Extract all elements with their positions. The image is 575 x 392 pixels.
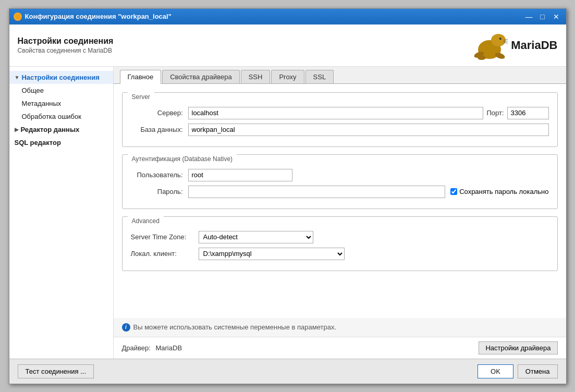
tab-ssh[interactable]: SSH bbox=[241, 70, 271, 83]
advanced-section-body: Server Time Zone: Auto-detect UTC System… bbox=[123, 226, 557, 271]
bottom-bar: Тест соединения ... OK Отмена bbox=[9, 359, 566, 384]
password-input[interactable] bbox=[188, 186, 446, 198]
database-label: База данных: bbox=[131, 126, 188, 133]
user-label: Пользователь: bbox=[131, 171, 188, 179]
user-row: Пользователь: bbox=[131, 169, 549, 181]
user-input[interactable] bbox=[188, 169, 292, 181]
advanced-section-title: Advanced bbox=[128, 216, 164, 226]
test-connection-button[interactable]: Тест соединения ... bbox=[18, 364, 94, 378]
window-controls: — □ ✕ bbox=[523, 12, 562, 21]
sidebar-label-data-editor: Редактор данных bbox=[21, 126, 80, 133]
sidebar-label-general: Общее bbox=[22, 87, 44, 94]
ok-button[interactable]: OK bbox=[478, 364, 513, 378]
server-row: Сервер: Порт: bbox=[131, 107, 549, 119]
port-label: Порт: bbox=[483, 109, 507, 117]
window-title: Конфигурация соединения "workpan_local" bbox=[25, 13, 520, 20]
auth-section-body: Пользователь: Пароль: Сохранять пароль л… bbox=[123, 164, 557, 209]
title-bar: Конфигурация соединения "workpan_local" … bbox=[9, 9, 566, 24]
database-row: База данных: bbox=[131, 124, 549, 136]
tab-driver-props[interactable]: Свойства драйвера bbox=[162, 70, 239, 83]
sidebar-label-error-handling: Обработка ошибок bbox=[22, 113, 81, 120]
local-client-label: Локал. клиент: bbox=[131, 250, 199, 258]
save-password-checkbox[interactable] bbox=[450, 188, 457, 195]
driver-label: Драйвер: bbox=[122, 344, 151, 352]
window-body: Настройки соединения Свойства соединения… bbox=[9, 24, 566, 384]
mariadb-brand: MariaDB bbox=[511, 39, 557, 52]
auth-section-title: Аутентификация (Database Native) bbox=[128, 154, 237, 164]
sidebar-label-settings: Настройки соединения bbox=[21, 74, 99, 81]
header-left: Настройки соединения Свойства соединения… bbox=[18, 36, 114, 54]
server-section: Server Сервер: Порт: База данных: bbox=[122, 92, 558, 147]
close-button[interactable]: ✕ bbox=[550, 12, 562, 21]
port-input[interactable] bbox=[507, 107, 549, 119]
timezone-select[interactable]: Auto-detect UTC System bbox=[199, 231, 313, 243]
info-bar: i Вы можете использовать системные перем… bbox=[114, 318, 566, 337]
tab-ssl[interactable]: SSL bbox=[305, 70, 334, 83]
driver-settings-button[interactable]: Настройки драйвера bbox=[479, 341, 557, 354]
tab-main[interactable]: Главное bbox=[120, 70, 162, 84]
content-area: ▼ Настройки соединения Общее Метаданных … bbox=[9, 67, 566, 359]
mariadb-logo: MariaDB bbox=[471, 30, 557, 61]
seal-icon bbox=[471, 30, 508, 61]
server-section-title: Server bbox=[128, 92, 154, 102]
database-input[interactable] bbox=[188, 124, 549, 136]
sidebar-item-general[interactable]: Общее bbox=[9, 84, 113, 97]
sidebar-item-error-handling[interactable]: Обработка ошибок bbox=[9, 110, 113, 123]
driver-value: MariaDB bbox=[155, 344, 182, 352]
maximize-button[interactable]: □ bbox=[537, 12, 548, 21]
driver-bar: Драйвер: MariaDB Настройки драйвера bbox=[114, 337, 566, 359]
header: Настройки соединения Свойства соединения… bbox=[9, 24, 566, 67]
save-password-row: Сохранять пароль локально bbox=[450, 188, 548, 195]
action-buttons: OK Отмена bbox=[478, 364, 557, 378]
info-text: Вы можете использовать системные перемен… bbox=[133, 323, 337, 331]
app-icon bbox=[14, 13, 22, 21]
auth-section: Аутентификация (Database Native) Пользов… bbox=[122, 154, 558, 209]
sidebar-item-data-editor[interactable]: ▶ Редактор данных bbox=[9, 123, 113, 136]
expand-icon-2: ▶ bbox=[15, 127, 19, 132]
timezone-row: Server Time Zone: Auto-detect UTC System bbox=[131, 231, 549, 243]
local-client-select[interactable]: D:\xampp\mysql bbox=[199, 248, 345, 260]
sidebar-label-metadata: Метаданных bbox=[22, 100, 62, 107]
svg-point-4 bbox=[501, 38, 501, 38]
sidebar-item-settings[interactable]: ▼ Настройки соединения bbox=[9, 71, 113, 84]
timezone-label: Server Time Zone: bbox=[131, 233, 199, 241]
sidebar-item-metadata[interactable]: Метаданных bbox=[9, 97, 113, 110]
svg-point-2 bbox=[491, 34, 506, 46]
info-icon: i bbox=[122, 323, 130, 332]
sidebar-item-sql-editor[interactable]: SQL редактор bbox=[9, 136, 113, 149]
page-title: Настройки соединения bbox=[18, 36, 114, 46]
sidebar: ▼ Настройки соединения Общее Метаданных … bbox=[9, 67, 114, 359]
server-section-body: Сервер: Порт: База данных: bbox=[123, 102, 557, 146]
sidebar-label-sql-editor: SQL редактор bbox=[15, 139, 61, 146]
minimize-button[interactable]: — bbox=[523, 12, 535, 21]
main-panel: Главное Свойства драйвера SSH Proxy SSL bbox=[114, 67, 566, 359]
svg-point-10 bbox=[478, 56, 486, 60]
password-label: Пароль: bbox=[131, 188, 188, 195]
expand-icon: ▼ bbox=[15, 75, 20, 80]
tab-bar: Главное Свойства драйвера SSH Proxy SSL bbox=[114, 67, 566, 84]
cancel-button[interactable]: Отмена bbox=[518, 364, 558, 378]
advanced-section: Advanced Server Time Zone: Auto-detect U… bbox=[122, 216, 558, 271]
svg-point-0 bbox=[15, 14, 20, 19]
local-client-row: Локал. клиент: D:\xampp\mysql bbox=[131, 248, 549, 260]
main-window: Конфигурация соединения "workpan_local" … bbox=[9, 8, 567, 384]
tab-proxy[interactable]: Proxy bbox=[271, 70, 304, 83]
password-row: Пароль: Сохранять пароль локально bbox=[131, 186, 549, 198]
save-password-label: Сохранять пароль локально bbox=[459, 188, 548, 195]
server-input[interactable] bbox=[188, 107, 484, 119]
driver-info: Драйвер: MariaDB bbox=[122, 344, 182, 352]
server-label: Сервер: bbox=[131, 109, 188, 117]
tab-content-main: Server Сервер: Порт: База данных: bbox=[114, 84, 566, 318]
page-subtitle: Свойства соединения с MariaDB bbox=[18, 47, 114, 54]
